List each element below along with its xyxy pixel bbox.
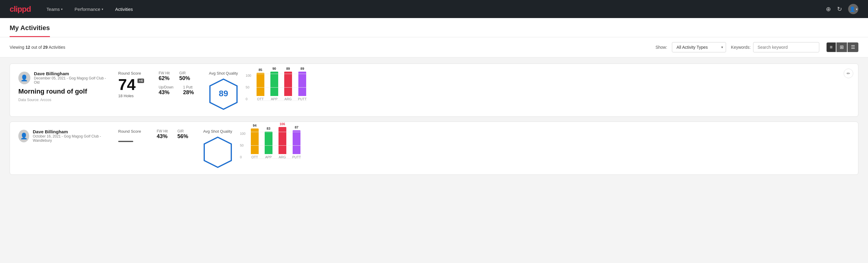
fw-hit-stat: FW Hit 43% bbox=[157, 129, 168, 140]
list-compact-view-button[interactable]: ≡ bbox=[827, 42, 836, 52]
bar-val-arg: 106 bbox=[280, 122, 285, 126]
gir-stat: GIR 56% bbox=[178, 129, 188, 140]
bar-val-app: 90 bbox=[273, 67, 276, 70]
data-source: Data Source: Arccos bbox=[18, 98, 108, 102]
bar-arg-rect bbox=[284, 71, 292, 96]
grid-line-100 bbox=[256, 74, 307, 74]
logo: clippd bbox=[10, 4, 31, 14]
bar-val-ott: 85 bbox=[259, 68, 262, 71]
oneputt-value: 28% bbox=[183, 89, 194, 96]
bar-ott: 94 OTT bbox=[251, 124, 259, 159]
activity-name: Morning round of golf bbox=[18, 88, 108, 95]
grid-line-50 bbox=[256, 87, 307, 88]
mini-stat-row-2: Up/Down 43% 1 Putt 28% bbox=[158, 85, 194, 96]
avatar: 👤 bbox=[18, 130, 29, 142]
activity-type-filter[interactable]: All Activity Types ▾ bbox=[672, 42, 726, 52]
card-stats: Round Score FW Hit 43% GIR 56% A bbox=[118, 129, 301, 167]
gir-stat: GIR 50% bbox=[179, 71, 190, 82]
avatar-icon: 👤 bbox=[20, 133, 28, 140]
avatar-icon: 👤 bbox=[849, 6, 856, 12]
fw-hit-value: 43% bbox=[157, 133, 168, 140]
bar-ott-rect bbox=[256, 73, 265, 96]
score-badge: +4 bbox=[137, 79, 144, 83]
round-score-label: Round Score bbox=[118, 71, 144, 76]
navbar: clippd Teams ▾ Performance ▾ Activities … bbox=[0, 0, 868, 18]
bar-val-putt: 87 bbox=[295, 125, 298, 129]
svg-text:89: 89 bbox=[219, 89, 228, 98]
card-left: 👤 Dave Billingham October 16, 2021 - Gog… bbox=[18, 129, 108, 144]
nav-item-performance[interactable]: Performance ▾ bbox=[73, 5, 104, 13]
grid-line-50 bbox=[251, 145, 301, 146]
avatar-icon: 👤 bbox=[21, 74, 28, 82]
viewing-total: 29 bbox=[43, 45, 48, 50]
page-title: My Activities bbox=[10, 24, 50, 37]
avatar: 👤 bbox=[18, 71, 30, 84]
bar-val-arg: 89 bbox=[286, 67, 290, 70]
bar-putt: 87 PUTT bbox=[292, 125, 301, 158]
updown-value: 43% bbox=[158, 89, 173, 96]
activity-type-select[interactable]: All Activity Types bbox=[672, 42, 726, 52]
mini-stats: FW Hit 43% GIR 56% bbox=[157, 129, 188, 140]
nav-icons: ⊕ ↻ 👤 ▾ bbox=[826, 4, 858, 14]
user-date: December 05, 2021 - Gog Magog Golf Club … bbox=[34, 76, 108, 85]
nav-item-activities[interactable]: Activities bbox=[114, 5, 134, 13]
user-row: 👤 Dave Billingham December 05, 2021 - Go… bbox=[18, 71, 108, 85]
nav-item-teams[interactable]: Teams ▾ bbox=[45, 5, 64, 13]
oneputt-stat: 1 Putt 28% bbox=[183, 85, 194, 96]
filter-bar: Viewing 12 out of 29 Activities Show: Al… bbox=[0, 37, 868, 57]
holes-count: 18 Holes bbox=[118, 94, 144, 98]
quality-section: Avg Shot Quality 100 50 0 bbox=[203, 129, 301, 167]
grid-line-0 bbox=[256, 100, 307, 101]
bar-app-rect bbox=[270, 71, 278, 96]
card-left: 👤 Dave Billingham December 05, 2021 - Go… bbox=[18, 71, 108, 102]
round-score-group: Round Score bbox=[118, 129, 142, 142]
add-icon[interactable]: ⊕ bbox=[826, 5, 831, 12]
edit-button[interactable]: ✏ bbox=[844, 68, 853, 78]
round-score-label: Round Score bbox=[118, 129, 142, 134]
hex-container bbox=[203, 137, 233, 167]
fw-hit-label: FW Hit bbox=[158, 71, 169, 75]
y-axis: 100 50 0 bbox=[240, 132, 245, 159]
view-toggle: ≡ ⊞ ☰ bbox=[827, 42, 858, 52]
mini-stat-row-1: FW Hit 62% GIR 50% bbox=[158, 71, 194, 82]
user-info: Dave Billingham October 16, 2021 - Gog M… bbox=[33, 129, 108, 143]
bar-val-app: 83 bbox=[267, 127, 270, 130]
card-stats: Round Score 74 +4 18 Holes FW Hit 62% GI… bbox=[118, 71, 307, 109]
bar-chart-wrap: 100 50 0 85 OTT 90 bbox=[246, 74, 307, 107]
avatar-chevron: ▾ bbox=[856, 7, 858, 11]
user-avatar[interactable]: 👤 ▾ bbox=[848, 4, 858, 14]
bar-app: 90 APP bbox=[270, 67, 278, 101]
list-detail-view-button[interactable]: ☰ bbox=[847, 42, 858, 52]
gir-label: GIR bbox=[179, 71, 190, 75]
bar-arg: 89 ARG bbox=[284, 67, 292, 100]
grid-line-0 bbox=[251, 158, 301, 159]
page-header: My Activities bbox=[0, 18, 868, 37]
avg-sq-label: Avg Shot Quality bbox=[209, 71, 238, 76]
bar-putt-rect bbox=[298, 71, 306, 96]
grid-view-button[interactable]: ⊞ bbox=[836, 42, 847, 52]
chevron-down-icon: ▾ bbox=[102, 7, 103, 11]
hex-svg bbox=[203, 136, 233, 169]
user-info: Dave Billingham December 05, 2021 - Gog … bbox=[34, 71, 108, 85]
chevron-down-icon: ▾ bbox=[61, 7, 63, 11]
refresh-icon[interactable]: ↻ bbox=[837, 5, 842, 12]
updown-label: Up/Down bbox=[158, 85, 173, 89]
user-name: Dave Billingham bbox=[34, 71, 108, 76]
avg-sq-label: Avg Shot Quality bbox=[203, 129, 232, 134]
fw-hit-value: 62% bbox=[158, 75, 169, 82]
bar-val-putt: 89 bbox=[301, 67, 304, 70]
fw-hit-stat: FW Hit 62% bbox=[158, 71, 169, 82]
keywords-wrap: Keywords: bbox=[731, 42, 819, 52]
updown-stat: Up/Down 43% bbox=[158, 85, 173, 96]
grid-line-100 bbox=[251, 132, 301, 132]
quality-section: Avg Shot Quality 89 100 50 0 bbox=[209, 71, 307, 109]
mini-stat-row-1: FW Hit 43% GIR 56% bbox=[157, 129, 188, 140]
show-label: Show: bbox=[655, 45, 667, 50]
bar-chart-wrap: 100 50 0 94 OTT 83 bbox=[240, 132, 301, 165]
score-placeholder bbox=[118, 141, 133, 142]
bar-app-rect bbox=[265, 132, 273, 154]
y-axis: 100 50 0 bbox=[246, 74, 251, 101]
nav-label-activities: Activities bbox=[115, 7, 133, 12]
search-input[interactable] bbox=[753, 42, 819, 52]
activities-list: ✏ 👤 Dave Billingham December 05, 2021 - … bbox=[0, 57, 868, 181]
